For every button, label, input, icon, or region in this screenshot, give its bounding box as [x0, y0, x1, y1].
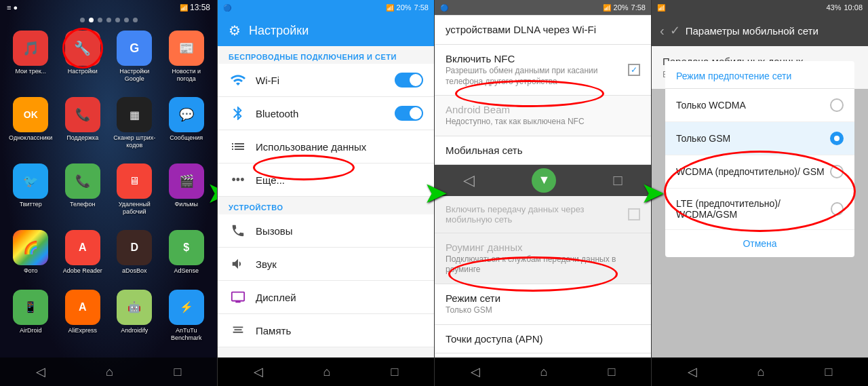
option-lte[interactable]: LTE (предпочтительно)/ WCDMA/GSM: [665, 189, 854, 230]
settings-toolbar: ⚙ Настройки: [218, 15, 434, 46]
app-icon-adobe: A: [65, 230, 100, 265]
settings-calls[interactable]: Вызовы: [218, 214, 434, 248]
app-label-aliexpress: AliExpress: [68, 327, 97, 334]
app-barcode[interactable]: ▦ Сканер штрих-кодов: [111, 97, 159, 159]
back-button-1[interactable]: ◁: [36, 364, 45, 379]
nav-green-btn[interactable]: ▼: [532, 168, 556, 193]
app-label-news: Новости и погода: [163, 68, 211, 83]
net-item-apn[interactable]: Точки доступа (APN): [435, 325, 651, 353]
status-bar-2: 🔵 📶 20% 7:58: [218, 0, 434, 15]
back-icon-dark[interactable]: ◁: [463, 172, 475, 189]
signal-icon-4: 📶: [657, 4, 665, 12]
dot-1: [80, 18, 85, 22]
app-movies[interactable]: 🎬 Фильмы: [163, 163, 211, 226]
settings-sound[interactable]: Звук: [218, 248, 434, 281]
cancel-button[interactable]: Отмена: [743, 238, 776, 249]
app-remote[interactable]: 🖥 Удаленный рабочий: [111, 163, 159, 226]
bluetooth-toggle[interactable]: [395, 106, 423, 121]
app-androidify[interactable]: 🤖 Androidify: [111, 290, 159, 352]
app-adobe[interactable]: A Adobe Reader: [59, 230, 107, 285]
home-button-3[interactable]: ⌂: [540, 365, 548, 379]
app-icon-adosbox: D: [117, 230, 152, 265]
app-aliexpress[interactable]: A AliExpress: [59, 290, 107, 352]
bluetooth-label: Bluetooth: [256, 108, 387, 119]
app-icon-odnoklassniki: OK: [13, 97, 48, 132]
net-item-mobile[interactable]: Мобильная сеть: [435, 136, 651, 165]
time-2: 7:58: [414, 3, 429, 12]
settings-bluetooth[interactable]: Bluetooth: [218, 97, 434, 130]
time-1: 13:58: [190, 3, 210, 12]
app-label-settings: Настройки: [68, 68, 98, 75]
option-lte-radio[interactable]: [831, 202, 844, 216]
back-button-3[interactable]: ◁: [471, 364, 480, 379]
panel-network-mode-dialog: 📶 43% 10:08 ‹ ✓ Параметры мобильной сети…: [651, 0, 868, 386]
option-wcdma-radio[interactable]: [830, 98, 844, 112]
app-label-airdroid: AirDroid: [20, 327, 42, 334]
dark-separator: ◁ ▼ □: [435, 165, 651, 196]
home-button-4[interactable]: ⌂: [757, 365, 765, 379]
display-icon: [229, 288, 248, 307]
option-wcdma-only[interactable]: Только WCDMA: [665, 89, 854, 122]
option-gsm-only[interactable]: Только GSM: [665, 122, 854, 155]
net-item-nfc[interactable]: Включить NFC Разрешить обмен данными при…: [435, 45, 651, 96]
recent-button-3[interactable]: □: [608, 365, 616, 379]
memory-icon: [229, 321, 248, 340]
app-google-settings[interactable]: G Настройки Google: [111, 31, 159, 93]
settings-wifi[interactable]: Wi-Fi: [218, 64, 434, 97]
calls-icon: [229, 221, 248, 240]
data-usage-icon: [229, 137, 248, 156]
app-phone[interactable]: 📞 Телефон: [59, 163, 107, 226]
wifi-toggle[interactable]: [395, 73, 423, 88]
battery-4: 43%: [826, 3, 841, 12]
option-gsm-label: Только GSM: [676, 133, 730, 144]
app-label-barcode: Сканер штрих-кодов: [111, 134, 159, 149]
option-wcdma-gsm-radio[interactable]: [830, 165, 844, 178]
option-wcdma-gsm[interactable]: WCDMA (предпочтительно)/ GSM: [665, 155, 854, 189]
app-icon-settings: 🔧: [65, 31, 100, 66]
settings-more[interactable]: ••• Еще...: [218, 163, 434, 197]
app-my-tracks[interactable]: 🎵 Мои трек...: [7, 31, 55, 93]
nfc-sub: Разрешить обмен данными при касании теле…: [446, 66, 628, 87]
recent-icon-dark[interactable]: □: [614, 172, 623, 189]
option-gsm-radio[interactable]: [830, 132, 844, 145]
settings-display[interactable]: Дисплей: [218, 281, 434, 314]
wifi-knob: [410, 74, 422, 86]
app-airdroid[interactable]: 📱 AirDroid: [7, 290, 55, 352]
net-item-network-mode[interactable]: Режим сети Только GSM: [435, 284, 651, 325]
battery-2: 20%: [397, 3, 412, 12]
dlna-title: устройствами DLNA через Wi-Fi: [446, 24, 596, 35]
app-label-sms: Сообщения: [170, 134, 203, 142]
bottom-nav-3: ◁ ⌂ □: [435, 358, 651, 386]
app-photos[interactable]: 🌈 Фото: [7, 230, 55, 285]
app-twitter[interactable]: 🐦 Твиттер: [7, 163, 55, 226]
roaming-title: Роуминг данных: [446, 242, 640, 253]
home-button-2[interactable]: ⌂: [323, 365, 331, 379]
app-sms[interactable]: 💬 Сообщения: [163, 97, 211, 159]
app-antutu[interactable]: ⚡ AnTuTu Benchmark: [163, 290, 211, 352]
app-icon-aliexpress: A: [65, 290, 100, 325]
nfc-checkbox[interactable]: ✓: [628, 64, 640, 76]
app-support[interactable]: 📞 Поддержка: [59, 97, 107, 159]
back-icon-4[interactable]: ‹: [660, 23, 665, 39]
recent-button-1[interactable]: □: [174, 365, 181, 379]
app-label-support: Поддержка: [66, 134, 98, 142]
app-adsense[interactable]: $ AdSense: [163, 230, 211, 285]
app-settings[interactable]: 🔧 Настройки: [59, 31, 107, 93]
bluetooth-icon: [229, 104, 248, 123]
recent-button-2[interactable]: □: [391, 365, 399, 379]
home-button-1[interactable]: ⌂: [106, 365, 113, 379]
recent-button-4[interactable]: □: [825, 365, 833, 379]
app-adosbox[interactable]: D aDosBox: [111, 230, 159, 285]
app-label-phone: Телефон: [70, 201, 95, 208]
back-button-2[interactable]: ◁: [254, 364, 263, 379]
back-button-4[interactable]: ◁: [688, 364, 697, 379]
net-item-dlna[interactable]: устройствами DLNA через Wi-Fi: [435, 15, 651, 45]
app-news[interactable]: 📰 Новости и погода: [163, 31, 211, 93]
settings-data-usage[interactable]: Использование данных: [218, 130, 434, 163]
settings-memory[interactable]: Память: [218, 314, 434, 347]
bottom-nav-2: ◁ ⌂ □: [218, 358, 434, 386]
dot-4: [106, 18, 111, 22]
section-device: УСТРОЙСТВО: [218, 197, 434, 214]
app-icon-phone: 📞: [65, 163, 100, 199]
app-odnoklassniki[interactable]: OK Одноклассники: [7, 97, 55, 159]
